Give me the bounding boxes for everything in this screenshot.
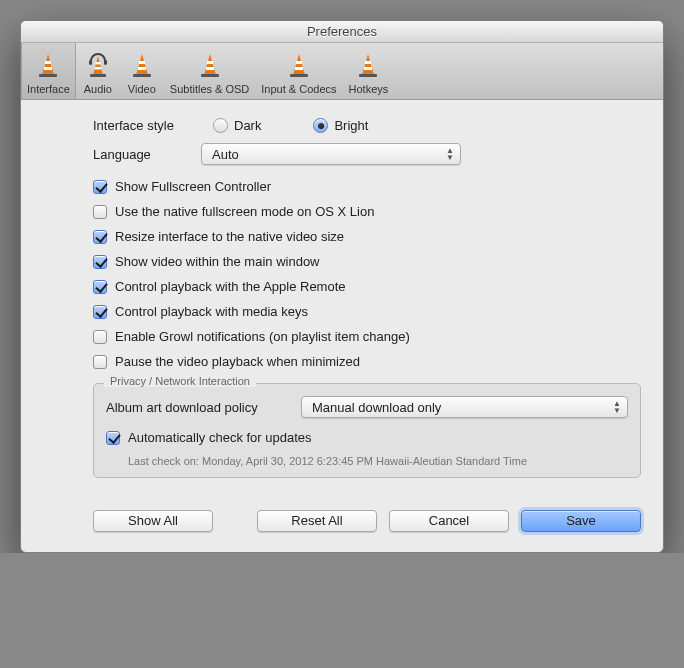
checkbox-icon: [93, 355, 107, 369]
svg-rect-17: [201, 74, 219, 77]
album-art-select[interactable]: Manual download only ▲▼: [301, 396, 628, 418]
svg-rect-20: [295, 67, 303, 70]
tab-video[interactable]: Video: [120, 43, 164, 99]
check-option[interactable]: Show Fullscreen Controller: [93, 179, 641, 194]
svg-rect-21: [290, 74, 308, 77]
svg-rect-16: [206, 67, 214, 70]
cone-headphones-icon: [82, 49, 114, 81]
prefs-toolbar: Interface Audio: [21, 43, 663, 100]
checkbox-label: Pause the video playback when minimized: [115, 354, 360, 369]
check-option[interactable]: Enable Growl notifications (on playlist …: [93, 329, 641, 344]
svg-rect-12: [138, 67, 146, 70]
prefs-body: Interface style Dark Bright Language Aut…: [21, 100, 663, 500]
svg-rect-13: [133, 74, 151, 77]
tab-subtitles[interactable]: Subtitles & OSD: [164, 43, 255, 99]
preferences-window: Preferences Interface: [20, 20, 664, 553]
album-art-value: Manual download only: [312, 400, 441, 415]
checkbox-icon: [93, 280, 107, 294]
tab-hotkeys[interactable]: Hotkeys: [343, 43, 395, 99]
tab-input-codecs[interactable]: Input & Codecs: [255, 43, 342, 99]
tab-label: Input & Codecs: [261, 83, 336, 95]
svg-rect-23: [365, 61, 371, 64]
check-option[interactable]: Control playback with media keys: [93, 304, 641, 319]
cone-codecs-icon: [283, 49, 315, 81]
reset-all-button[interactable]: Reset All: [257, 510, 377, 532]
save-button[interactable]: Save: [521, 510, 641, 532]
check-option[interactable]: Show video within the main window: [93, 254, 641, 269]
cone-hotkeys-icon: [352, 49, 384, 81]
svg-rect-7: [90, 74, 106, 77]
radio-bright[interactable]: Bright: [313, 118, 368, 133]
check-option[interactable]: Control playback with the Apple Remote: [93, 279, 641, 294]
svg-marker-22: [362, 54, 374, 75]
svg-rect-19: [296, 61, 302, 64]
checkbox-label: Resize interface to the native video siz…: [115, 229, 344, 244]
check-auto-updates[interactable]: Automatically check for updates: [106, 430, 628, 445]
tab-label: Interface: [27, 83, 70, 95]
last-check-text: Last check on: Monday, April 30, 2012 6:…: [106, 455, 628, 467]
checkbox-icon: [93, 305, 107, 319]
tab-label: Hotkeys: [349, 83, 389, 95]
check-option[interactable]: Resize interface to the native video siz…: [93, 229, 641, 244]
cone-subtitles-icon: [194, 49, 226, 81]
svg-rect-24: [364, 67, 372, 70]
show-all-button[interactable]: Show All: [93, 510, 213, 532]
svg-rect-25: [359, 74, 377, 77]
language-select[interactable]: Auto ▲▼: [201, 143, 461, 165]
svg-rect-8: [89, 60, 92, 65]
svg-rect-3: [39, 74, 57, 77]
interface-style-label: Interface style: [93, 118, 201, 133]
svg-rect-15: [207, 61, 213, 64]
svg-rect-1: [45, 61, 51, 64]
checkbox-label: Show video within the main window: [115, 254, 320, 269]
checkbox-label: Control playback with the Apple Remote: [115, 279, 346, 294]
svg-rect-9: [104, 60, 107, 65]
radio-bright-label: Bright: [334, 118, 368, 133]
checkbox-label: Automatically check for updates: [128, 430, 312, 445]
cone-film-icon: [126, 49, 158, 81]
checkbox-label: Show Fullscreen Controller: [115, 179, 271, 194]
tab-interface[interactable]: Interface: [21, 43, 76, 99]
radio-dark[interactable]: Dark: [213, 118, 261, 133]
language-label: Language: [93, 147, 201, 162]
svg-marker-0: [42, 54, 54, 75]
svg-marker-18: [293, 54, 305, 75]
tab-label: Audio: [84, 83, 112, 95]
album-art-label: Album art download policy: [106, 400, 301, 415]
privacy-group: Privacy / Network Interaction Album art …: [93, 383, 641, 478]
svg-marker-4: [93, 56, 103, 75]
svg-marker-14: [204, 54, 216, 75]
checkbox-icon: [106, 431, 120, 445]
check-option[interactable]: Use the native fullscreen mode on OS X L…: [93, 204, 641, 219]
checkbox-icon: [93, 330, 107, 344]
stepper-arrows-icon: ▲▼: [613, 400, 621, 414]
svg-rect-5: [95, 62, 100, 64]
check-option[interactable]: Pause the video playback when minimized: [93, 354, 641, 369]
checkbox-icon: [93, 255, 107, 269]
radio-dark-label: Dark: [234, 118, 261, 133]
window-title: Preferences: [21, 21, 663, 43]
svg-marker-10: [136, 54, 148, 75]
tab-audio[interactable]: Audio: [76, 43, 120, 99]
privacy-group-title: Privacy / Network Interaction: [104, 375, 256, 387]
checkbox-icon: [93, 180, 107, 194]
checkbox-label: Control playback with media keys: [115, 304, 308, 319]
language-value: Auto: [212, 147, 239, 162]
tab-label: Subtitles & OSD: [170, 83, 249, 95]
tab-label: Video: [128, 83, 156, 95]
checkbox-icon: [93, 205, 107, 219]
checkbox-icon: [93, 230, 107, 244]
cone-icon: [32, 49, 64, 81]
stepper-arrows-icon: ▲▼: [446, 147, 454, 161]
checkbox-list: Show Fullscreen ControllerUse the native…: [93, 179, 641, 369]
svg-rect-6: [94, 67, 101, 69]
checkbox-label: Enable Growl notifications (on playlist …: [115, 329, 410, 344]
svg-rect-2: [44, 67, 52, 70]
svg-rect-11: [139, 61, 145, 64]
footer-buttons: Show All Reset All Cancel Save: [71, 500, 663, 552]
checkbox-label: Use the native fullscreen mode on OS X L…: [115, 204, 374, 219]
cancel-button[interactable]: Cancel: [389, 510, 509, 532]
